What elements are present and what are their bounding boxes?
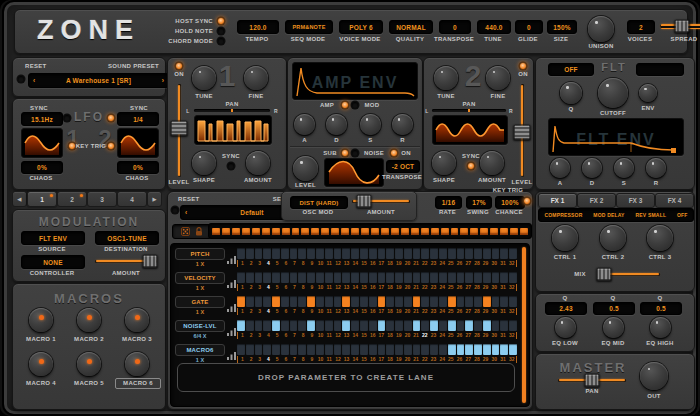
step-cell-24[interactable] [439, 344, 447, 355]
step-cell-13[interactable] [342, 296, 350, 307]
glide-display[interactable]: 0 [515, 20, 543, 34]
mod-tab-next-arrow[interactable]: ▶ [147, 191, 162, 207]
fx-ctrl-2-knob[interactable] [600, 225, 626, 251]
step-cell-8[interactable] [298, 272, 306, 283]
step-cell-15[interactable] [360, 344, 368, 355]
osc1-waveform-display[interactable] [194, 115, 272, 145]
fx-mix-handle[interactable] [597, 268, 612, 281]
step-cell-6[interactable] [281, 296, 289, 307]
amp-sustain-knob[interactable] [360, 114, 381, 135]
step-cell-30[interactable] [492, 272, 500, 283]
step-cell-21[interactable] [413, 320, 421, 331]
osc1-fine-knob[interactable] [244, 66, 268, 90]
osc2-waveform-display[interactable] [432, 115, 508, 145]
macro-1-knob[interactable] [29, 308, 53, 332]
step-cell-9[interactable] [307, 344, 315, 355]
spread-slider[interactable] [660, 20, 700, 32]
preset-prev-arrow-icon[interactable]: ‹ [33, 77, 35, 84]
lanes-scrollbar[interactable] [522, 247, 526, 403]
enable-step-2[interactable] [222, 228, 230, 235]
mod-source-display[interactable]: FLT ENV [21, 231, 85, 245]
lane-name[interactable]: MACRO6 [175, 344, 225, 356]
eq-low-q-display[interactable]: 2.43 [545, 302, 587, 315]
step-cell-8[interactable] [298, 320, 306, 331]
mod-amount-handle[interactable] [142, 255, 157, 268]
step-cell-4[interactable] [263, 248, 271, 259]
eq-low-knob[interactable] [555, 317, 576, 338]
osc2-shape-knob[interactable] [432, 151, 456, 175]
seq-rate-display[interactable]: 1/16 [435, 196, 462, 209]
enable-step-1[interactable] [212, 228, 220, 235]
step-cell-2[interactable] [246, 272, 254, 283]
filter-attack-knob[interactable] [550, 158, 570, 178]
macro-4-knob[interactable] [29, 352, 53, 376]
step-cell-16[interactable] [369, 296, 377, 307]
step-cell-3[interactable] [255, 248, 263, 259]
step-cell-1[interactable] [237, 344, 245, 355]
step-cell-17[interactable] [378, 344, 386, 355]
lane-mode-bars-icon[interactable] [225, 248, 237, 268]
eq-mid-knob[interactable] [603, 317, 624, 338]
step-cell-18[interactable] [386, 320, 394, 331]
lane-name[interactable]: GATE [175, 296, 225, 308]
step-cell-28[interactable] [474, 272, 482, 283]
filter-aux-display[interactable] [636, 63, 684, 76]
step-cell-25[interactable] [448, 296, 456, 307]
osc1-on-led[interactable] [176, 63, 182, 69]
filter-sustain-knob[interactable] [614, 158, 634, 178]
step-cell-18[interactable] [386, 272, 394, 283]
enable-step-14[interactable] [341, 228, 349, 235]
filter-release-knob[interactable] [646, 158, 666, 178]
enable-step-10[interactable] [301, 228, 309, 235]
step-cell-3[interactable] [255, 344, 263, 355]
eq-high-knob[interactable] [650, 317, 671, 338]
osc2-amount-knob[interactable] [480, 151, 504, 175]
osc1-sync-led[interactable] [228, 163, 234, 169]
step-cell-2[interactable] [246, 320, 254, 331]
chord-mode-led[interactable] [218, 38, 224, 44]
step-cell-22[interactable] [421, 296, 429, 307]
lane-name[interactable]: NOISE-LVL [175, 320, 225, 332]
fx-mix-slider[interactable] [598, 268, 660, 280]
filter-env-knob[interactable] [639, 84, 657, 102]
step-cell-9[interactable] [307, 296, 315, 307]
step-cell-25[interactable] [448, 320, 456, 331]
step-cell-7[interactable] [290, 248, 298, 259]
mod-tab-2[interactable]: 2 [57, 191, 87, 207]
lane-multiplier[interactable]: 1 X [175, 284, 225, 292]
step-cell-20[interactable] [404, 296, 412, 307]
step-cell-19[interactable] [395, 344, 403, 355]
sub-transpose-display[interactable]: -2 OCT [386, 160, 420, 173]
step-cell-9[interactable] [307, 272, 315, 283]
step-cell-9[interactable] [307, 248, 315, 259]
sub-waveform-display[interactable] [324, 158, 384, 187]
step-cell-13[interactable] [342, 248, 350, 259]
step-cell-29[interactable] [483, 272, 491, 283]
enable-step-31[interactable] [510, 228, 518, 235]
step-cell-13[interactable] [342, 344, 350, 355]
sub-level-knob[interactable] [293, 156, 318, 181]
step-cell-11[interactable] [325, 320, 333, 331]
step-cell-10[interactable] [316, 320, 324, 331]
step-cell-5[interactable] [272, 272, 280, 283]
amp-release-knob[interactable] [392, 114, 413, 135]
step-cell-31[interactable] [500, 320, 508, 331]
seq-mode-display[interactable]: PRM&NOTE [285, 20, 333, 34]
step-cell-10[interactable] [316, 272, 324, 283]
step-cell-1[interactable] [237, 296, 245, 307]
step-cell-10[interactable] [316, 344, 324, 355]
step-cell-25[interactable] [448, 248, 456, 259]
step-cell-30[interactable] [492, 296, 500, 307]
step-cell-15[interactable] [360, 320, 368, 331]
enable-step-26[interactable] [460, 228, 468, 235]
step-cell-19[interactable] [395, 296, 403, 307]
step-cell-6[interactable] [281, 272, 289, 283]
lfo2-rate-display[interactable]: 1/4 [117, 112, 159, 126]
enable-step-18[interactable] [381, 228, 389, 235]
step-cell-32[interactable] [509, 272, 517, 283]
step-cell-26[interactable] [457, 344, 465, 355]
step-cell-11[interactable] [325, 272, 333, 283]
step-cell-4[interactable] [263, 320, 271, 331]
enable-step-32[interactable] [520, 228, 528, 235]
osc2-fine-knob[interactable] [486, 66, 510, 90]
